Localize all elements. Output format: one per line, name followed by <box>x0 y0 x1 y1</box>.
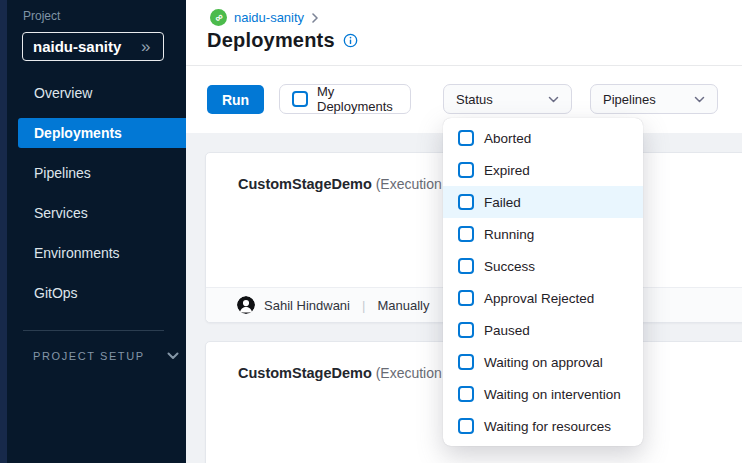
sidebar-nav: Overview Deployments Pipelines Services … <box>0 78 186 318</box>
status-option-label: Waiting on approval <box>484 355 603 370</box>
checkbox-icon[interactable] <box>458 226 474 242</box>
sidebar-item-gitops[interactable]: GitOps <box>18 278 186 308</box>
status-option-waiting-on-approval[interactable]: Waiting on approval <box>443 346 643 378</box>
status-filter-dropdown[interactable]: Status <box>443 84 572 114</box>
project-expand-icon[interactable]: » <box>141 35 150 59</box>
sidebar-item-deployments[interactable]: Deployments <box>18 118 186 148</box>
checkbox-icon[interactable] <box>458 258 474 274</box>
chevron-right-icon <box>311 13 319 23</box>
deployments-page: { "colors": { "accent_blue": "#0278D5", … <box>0 0 742 463</box>
status-option-approval-rejected[interactable]: Approval Rejected <box>443 282 643 314</box>
status-option-failed[interactable]: Failed <box>443 186 643 218</box>
sidebar-item-overview[interactable]: Overview <box>18 78 186 108</box>
trigger-type: Manually <box>377 298 429 313</box>
deployment-card-title: CustomStageDemo (Execution Id <box>238 365 457 381</box>
pipelines-filter-label: Pipelines <box>603 92 656 107</box>
my-deployments-checkbox[interactable] <box>292 91 308 107</box>
status-option-label: Aborted <box>484 131 531 146</box>
sidebar-item-label: Overview <box>34 85 92 101</box>
status-option-label: Approval Rejected <box>484 291 594 306</box>
chevron-down-icon <box>548 96 559 103</box>
page-title: Deployments <box>207 29 335 52</box>
sidebar-item-environments[interactable]: Environments <box>18 238 186 268</box>
run-button[interactable]: Run <box>207 85 264 114</box>
pipeline-name[interactable]: CustomStageDemo <box>238 365 372 381</box>
checkbox-icon[interactable] <box>458 162 474 178</box>
checkbox-icon[interactable] <box>458 290 474 306</box>
triggered-by: Sahil Hindwani <box>264 298 350 313</box>
project-setup-section[interactable]: PROJECT SETUP <box>33 350 179 362</box>
page-title-row: Deployments <box>207 29 358 52</box>
sidebar: Project » Overview Deployments Pipelines… <box>0 0 186 463</box>
checkbox-icon[interactable] <box>458 130 474 146</box>
status-option-expired[interactable]: Expired <box>443 154 643 186</box>
status-dropdown-panel: Aborted Expired Failed Running Success A… <box>443 118 643 446</box>
sidebar-item-label: GitOps <box>34 285 78 301</box>
status-option-success[interactable]: Success <box>443 250 643 282</box>
my-deployments-toggle[interactable]: My Deployments <box>279 84 411 114</box>
status-option-label: Success <box>484 259 535 274</box>
chevron-down-icon <box>694 96 705 103</box>
infinity-glyph: ∞ <box>212 11 225 24</box>
sidebar-item-label: Deployments <box>34 125 122 141</box>
checkbox-icon[interactable] <box>458 322 474 338</box>
status-option-waiting-on-intervention[interactable]: Waiting on intervention <box>443 378 643 410</box>
breadcrumb-project-link[interactable]: naidu-sanity <box>234 10 304 25</box>
breadcrumb: ∞ naidu-sanity <box>210 9 319 26</box>
sidebar-divider <box>23 330 164 331</box>
status-filter-label: Status <box>456 92 493 107</box>
status-option-aborted[interactable]: Aborted <box>443 122 643 154</box>
my-deployments-label: My Deployments <box>317 84 398 114</box>
status-option-label: Waiting for resources <box>484 419 611 434</box>
header-divider <box>186 65 742 66</box>
project-setup-label: PROJECT SETUP <box>33 350 145 362</box>
status-option-paused[interactable]: Paused <box>443 314 643 346</box>
status-option-label: Failed <box>484 195 521 210</box>
status-option-waiting-for-resources[interactable]: Waiting for resources <box>443 410 643 442</box>
sidebar-item-label: Pipelines <box>34 165 91 181</box>
status-option-label: Running <box>484 227 534 242</box>
checkbox-icon[interactable] <box>458 386 474 402</box>
status-option-label: Waiting on intervention <box>484 387 621 402</box>
deployment-card-title: CustomStageDemo (Execution Id <box>238 176 457 192</box>
info-icon[interactable] <box>343 33 358 48</box>
sidebar-item-pipelines[interactable]: Pipelines <box>18 158 186 188</box>
checkbox-icon[interactable] <box>458 418 474 434</box>
pipelines-filter-dropdown[interactable]: Pipelines <box>590 84 718 114</box>
checkbox-icon[interactable] <box>458 194 474 210</box>
user-avatar-icon <box>237 296 255 314</box>
status-option-label: Expired <box>484 163 530 178</box>
pipeline-name[interactable]: CustomStageDemo <box>238 176 372 192</box>
checkbox-icon[interactable] <box>458 354 474 370</box>
project-label: Project <box>23 9 60 23</box>
footer-separator: | <box>362 298 365 313</box>
sidebar-item-label: Environments <box>34 245 120 261</box>
cd-module-icon: ∞ <box>210 9 227 26</box>
status-option-running[interactable]: Running <box>443 218 643 250</box>
sidebar-item-services[interactable]: Services <box>18 198 186 228</box>
sidebar-item-label: Services <box>34 205 88 221</box>
chevron-down-icon <box>167 352 179 360</box>
status-option-label: Paused <box>484 323 530 338</box>
